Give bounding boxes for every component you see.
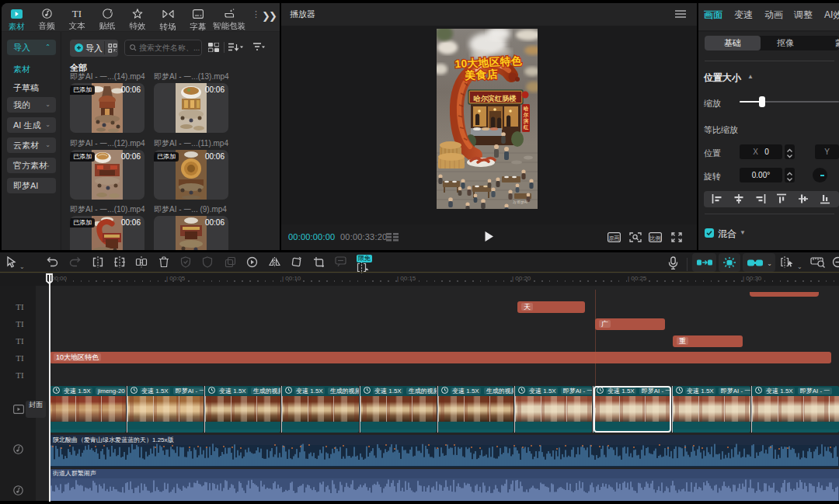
svg-text:红: 红	[523, 124, 529, 130]
svg-text:哈: 哈	[524, 106, 529, 112]
svg-text:Jy 即梦AI: Jy 即梦AI	[513, 200, 527, 204]
svg-text:哈尔滨红肠楼: 哈尔滨红肠楼	[473, 94, 517, 103]
svg-text:滨: 滨	[524, 118, 529, 124]
svg-text:美食店: 美食店	[464, 68, 499, 82]
svg-text:尔: 尔	[523, 112, 529, 118]
svg-text:比例: 比例	[650, 235, 661, 242]
svg-text:原画: 原画	[609, 235, 620, 241]
